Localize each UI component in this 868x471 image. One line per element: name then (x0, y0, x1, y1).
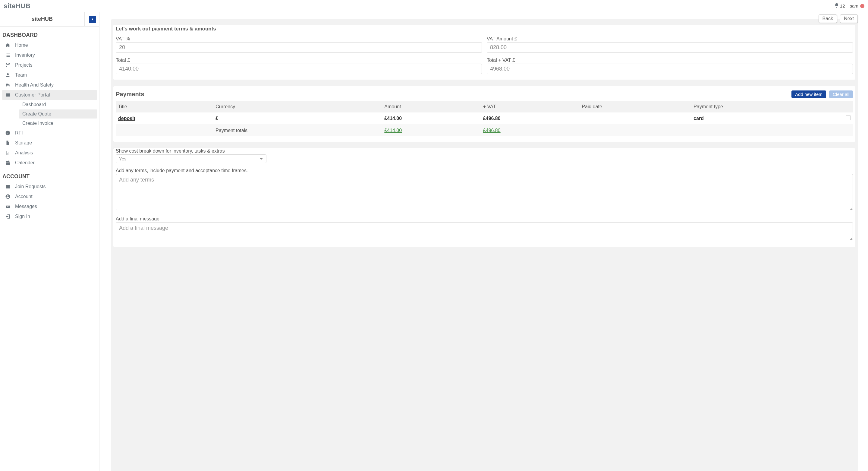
branch-icon (5, 62, 11, 68)
sidebar-item-label: Account (15, 194, 33, 199)
sidebar-item-label: Inventory (15, 53, 35, 58)
id-card-icon (5, 92, 11, 98)
avatar (860, 4, 864, 8)
total-label: Total £ (116, 58, 482, 63)
notifications-button[interactable]: 12 (834, 3, 845, 9)
sidebar-header: siteHUB (0, 12, 99, 27)
payment-totals-label: Payment totals: (213, 125, 382, 137)
sidebar-item-team[interactable]: Team (2, 70, 97, 80)
payment-plus-vat: £496.80 (481, 113, 580, 125)
sidebar-item-sign-in[interactable]: Sign In (2, 212, 97, 221)
vat-pct-input[interactable] (116, 42, 482, 53)
chart-icon (5, 150, 11, 156)
sidebar-item-label: Calender (15, 160, 35, 166)
col-paid-date: Paid date (579, 101, 691, 113)
sidebar-item-label: RFI (15, 130, 23, 136)
panel-payment-terms: Let's work out payment terms & amounts V… (113, 25, 855, 80)
sidebar-item-label: Sign In (15, 214, 30, 219)
panel-heading: Let's work out payment terms & amounts (116, 25, 853, 34)
sidebar-collapse-button[interactable] (89, 16, 96, 23)
breakdown-label: Show cost break down for inventory, task… (116, 148, 853, 154)
sidebar-item-rfi[interactable]: RFI (2, 128, 97, 138)
sidebar-sub-create-invoice[interactable]: Create Invoice (19, 119, 97, 128)
payment-title-link[interactable]: deposit (118, 116, 135, 121)
sign-in-icon (5, 213, 11, 219)
wizard-nav: Back Next (818, 14, 858, 23)
payment-currency: £ (213, 113, 382, 125)
total-vat-label: Total + VAT £ (487, 58, 853, 63)
add-payment-button[interactable]: Add new item (792, 90, 826, 98)
sidebar-item-messages[interactable]: Messages (2, 202, 97, 211)
notifications-count: 12 (840, 3, 845, 8)
total-vat-input[interactable] (487, 64, 853, 74)
main-content: Back Next Let's work out payment terms &… (99, 12, 868, 471)
table-row[interactable]: deposit £ £414.00 £496.80 card (116, 113, 853, 125)
panel-payments: Payments Add new item Clear all Title Cu… (113, 86, 855, 142)
sidebar-section-dashboard: DASHBOARD (0, 27, 99, 40)
sidebar-item-inventory[interactable]: Inventory (2, 50, 97, 60)
sidebar-item-calendar[interactable]: Calender (2, 158, 97, 168)
col-amount: Amount (382, 101, 481, 113)
sidebar-item-label: Messages (15, 204, 37, 209)
vat-amount-label: VAT Amount £ (487, 36, 853, 41)
payment-totals-plus-vat: £496.80 (481, 125, 580, 137)
sidebar-item-label: Home (15, 42, 28, 48)
payment-totals-amount: £414.00 (382, 125, 481, 137)
users-icon (5, 72, 11, 78)
breakdown-select[interactable]: Yes (116, 154, 267, 163)
user-menu[interactable]: sam (850, 3, 864, 8)
payment-amount: £414.00 (382, 113, 481, 125)
sidebar-item-label: Team (15, 72, 27, 78)
payments-table: Title Currency Amount + VAT Paid date Pa… (116, 101, 853, 136)
sidebar-item-label: Health And Safety (15, 82, 54, 88)
vat-amount-input[interactable] (487, 42, 853, 53)
next-button[interactable]: Next (840, 14, 858, 23)
file-icon (5, 140, 11, 146)
final-message-textarea[interactable] (116, 222, 853, 240)
user-name: sam (850, 3, 858, 8)
final-message-label: Add a final message (116, 216, 853, 222)
row-checkbox[interactable] (846, 116, 850, 120)
col-currency: Currency (213, 101, 382, 113)
sidebar-item-label: Create Quote (22, 111, 51, 117)
col-payment-type: Payment type (691, 101, 843, 113)
sidebar-item-label: Customer Portal (15, 92, 50, 98)
sidebar-sub-create-quote[interactable]: Create Quote (19, 110, 97, 118)
terms-textarea[interactable] (116, 174, 853, 210)
sidebar-item-label: Join Requests (15, 184, 45, 189)
sidebar-item-label: Dashboard (22, 102, 46, 107)
sidebar-item-label: Storage (15, 140, 32, 146)
calendar-icon (5, 160, 11, 166)
bell-icon (834, 3, 839, 9)
sidebar-item-join-requests[interactable]: Join Requests (2, 182, 97, 192)
sidebar-item-analysis[interactable]: Analysis (2, 148, 97, 158)
list-icon (5, 52, 11, 58)
info-icon (5, 130, 11, 136)
payment-paid-date (579, 113, 691, 125)
clear-payments-button[interactable]: Clear all (829, 90, 853, 98)
sidebar-item-storage[interactable]: Storage (2, 138, 97, 148)
col-plus-vat: + VAT (481, 101, 580, 113)
total-input[interactable] (116, 64, 482, 74)
sidebar-item-label: Projects (15, 62, 33, 68)
sidebar-section-account: ACCOUNT (0, 168, 99, 181)
chevron-left-icon (91, 18, 94, 21)
sidebar-item-account[interactable]: Account (2, 192, 97, 201)
terms-label: Add any terms, include payment and accep… (116, 168, 853, 173)
sidebar: siteHUB DASHBOARD Home Inventory Project… (0, 12, 99, 471)
sidebar-item-customer-portal[interactable]: Customer Portal (2, 90, 97, 100)
sidebar-item-projects[interactable]: Projects (2, 60, 97, 70)
back-button[interactable]: Back (818, 14, 837, 23)
sidebar-item-home[interactable]: Home (2, 40, 97, 50)
sidebar-sub-dashboard[interactable]: Dashboard (19, 100, 97, 109)
truck-icon (5, 82, 11, 88)
wizard-card: Let's work out payment terms & amounts V… (111, 19, 858, 471)
sidebar-item-label: Analysis (15, 150, 33, 155)
col-title: Title (116, 101, 213, 113)
brand-logo: siteHUB (4, 2, 30, 10)
topbar: siteHUB 12 sam (0, 0, 868, 12)
sidebar-item-label: Create Invoice (22, 121, 53, 126)
payments-heading: Payments (116, 91, 144, 98)
home-icon (5, 42, 11, 48)
sidebar-item-health-safety[interactable]: Health And Safety (2, 80, 97, 90)
